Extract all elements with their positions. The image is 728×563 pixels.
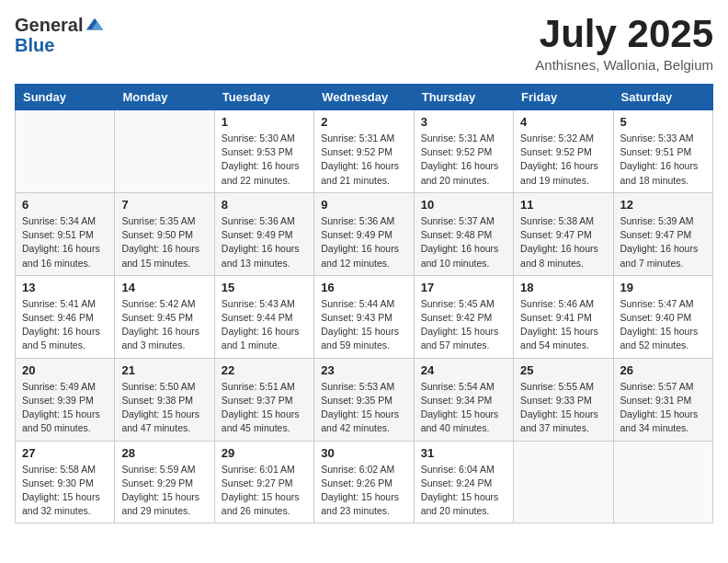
calendar-cell: 18Sunrise: 5:46 AM Sunset: 9:41 PM Dayli…: [514, 275, 613, 358]
calendar-cell: 3Sunrise: 5:31 AM Sunset: 9:52 PM Daylig…: [414, 110, 513, 193]
day-number: 1: [222, 115, 307, 129]
calendar-week-row: 6Sunrise: 5:34 AM Sunset: 9:51 PM Daylig…: [16, 192, 713, 275]
day-info: Sunrise: 5:51 AM Sunset: 9:37 PM Dayligh…: [222, 380, 307, 436]
location: Anthisnes, Wallonia, Belgium: [535, 57, 713, 73]
day-number: 16: [321, 281, 406, 294]
logo-icon: [85, 15, 105, 35]
calendar-cell: [115, 110, 214, 193]
calendar-cell: 15Sunrise: 5:43 AM Sunset: 9:44 PM Dayli…: [214, 275, 313, 358]
calendar-cell: 26Sunrise: 5:57 AM Sunset: 9:31 PM Dayli…: [613, 358, 712, 441]
calendar-cell: 9Sunrise: 5:36 AM Sunset: 9:49 PM Daylig…: [314, 192, 414, 275]
calendar-cell: 2Sunrise: 5:31 AM Sunset: 9:52 PM Daylig…: [314, 110, 414, 193]
day-number: 23: [321, 363, 406, 377]
calendar-cell: 6Sunrise: 5:34 AM Sunset: 9:51 PM Daylig…: [16, 192, 115, 275]
day-number: 7: [121, 198, 207, 212]
day-info: Sunrise: 5:31 AM Sunset: 9:52 PM Dayligh…: [321, 132, 406, 188]
day-number: 8: [222, 198, 307, 212]
day-info: Sunrise: 5:44 AM Sunset: 9:43 PM Dayligh…: [321, 297, 406, 353]
day-info: Sunrise: 5:33 AM Sunset: 9:51 PM Dayligh…: [620, 132, 706, 188]
calendar-week-row: 13Sunrise: 5:41 AM Sunset: 9:46 PM Dayli…: [16, 275, 713, 358]
calendar-cell: 13Sunrise: 5:41 AM Sunset: 9:46 PM Dayli…: [16, 275, 115, 358]
day-info: Sunrise: 5:30 AM Sunset: 9:53 PM Dayligh…: [222, 132, 307, 188]
day-info: Sunrise: 5:43 AM Sunset: 9:44 PM Dayligh…: [222, 297, 307, 353]
calendar-cell: 27Sunrise: 5:58 AM Sunset: 9:30 PM Dayli…: [16, 441, 115, 523]
weekday-header: Thursday: [414, 85, 513, 110]
day-info: Sunrise: 5:46 AM Sunset: 9:41 PM Dayligh…: [520, 297, 606, 353]
calendar-cell: 23Sunrise: 5:53 AM Sunset: 9:35 PM Dayli…: [314, 358, 414, 441]
day-number: 20: [22, 363, 108, 377]
calendar-cell: 12Sunrise: 5:39 AM Sunset: 9:47 PM Dayli…: [613, 192, 712, 275]
logo-blue: Blue: [15, 35, 105, 55]
calendar-week-row: 1Sunrise: 5:30 AM Sunset: 9:53 PM Daylig…: [16, 110, 713, 193]
day-number: 10: [421, 198, 506, 212]
day-number: 21: [121, 363, 207, 377]
day-info: Sunrise: 6:01 AM Sunset: 9:27 PM Dayligh…: [222, 463, 307, 519]
title-block: July 2025 Anthisnes, Wallonia, Belgium: [535, 15, 713, 73]
calendar-cell: 5Sunrise: 5:33 AM Sunset: 9:51 PM Daylig…: [613, 110, 712, 193]
day-info: Sunrise: 5:53 AM Sunset: 9:35 PM Dayligh…: [321, 380, 406, 436]
calendar-cell: 8Sunrise: 5:36 AM Sunset: 9:49 PM Daylig…: [214, 192, 313, 275]
day-number: 25: [520, 363, 606, 377]
day-info: Sunrise: 5:34 AM Sunset: 9:51 PM Dayligh…: [22, 214, 108, 270]
calendar-cell: [613, 441, 712, 523]
calendar-cell: 14Sunrise: 5:42 AM Sunset: 9:45 PM Dayli…: [115, 275, 214, 358]
day-info: Sunrise: 6:04 AM Sunset: 9:24 PM Dayligh…: [421, 463, 506, 519]
day-info: Sunrise: 5:57 AM Sunset: 9:31 PM Dayligh…: [620, 380, 706, 436]
calendar-cell: 1Sunrise: 5:30 AM Sunset: 9:53 PM Daylig…: [214, 110, 313, 193]
day-number: 19: [620, 281, 706, 294]
calendar-cell: 24Sunrise: 5:54 AM Sunset: 9:34 PM Dayli…: [414, 358, 513, 441]
day-info: Sunrise: 5:37 AM Sunset: 9:48 PM Dayligh…: [421, 214, 506, 270]
day-info: Sunrise: 5:36 AM Sunset: 9:49 PM Dayligh…: [321, 214, 406, 270]
month-title: July 2025: [535, 15, 713, 53]
day-number: 27: [22, 446, 108, 460]
day-info: Sunrise: 5:54 AM Sunset: 9:34 PM Dayligh…: [421, 380, 506, 436]
day-number: 13: [22, 281, 108, 294]
calendar-table: SundayMondayTuesdayWednesdayThursdayFrid…: [15, 84, 713, 523]
day-info: Sunrise: 5:35 AM Sunset: 9:50 PM Dayligh…: [121, 214, 207, 270]
day-info: Sunrise: 5:50 AM Sunset: 9:38 PM Dayligh…: [121, 380, 207, 436]
day-info: Sunrise: 5:36 AM Sunset: 9:49 PM Dayligh…: [222, 214, 307, 270]
day-number: 17: [421, 281, 506, 294]
day-info: Sunrise: 5:32 AM Sunset: 9:52 PM Dayligh…: [520, 132, 606, 188]
day-info: Sunrise: 6:02 AM Sunset: 9:26 PM Dayligh…: [321, 463, 406, 519]
calendar-cell: 21Sunrise: 5:50 AM Sunset: 9:38 PM Dayli…: [115, 358, 214, 441]
day-info: Sunrise: 5:58 AM Sunset: 9:30 PM Dayligh…: [22, 463, 108, 519]
day-number: 9: [321, 198, 406, 212]
day-number: 24: [421, 363, 506, 377]
day-number: 30: [321, 446, 406, 460]
calendar-cell: 28Sunrise: 5:59 AM Sunset: 9:29 PM Dayli…: [115, 441, 214, 523]
calendar-cell: 11Sunrise: 5:38 AM Sunset: 9:47 PM Dayli…: [514, 192, 613, 275]
calendar-cell: 20Sunrise: 5:49 AM Sunset: 9:39 PM Dayli…: [16, 358, 115, 441]
day-number: 11: [520, 198, 606, 212]
day-number: 29: [222, 446, 307, 460]
day-info: Sunrise: 5:39 AM Sunset: 9:47 PM Dayligh…: [620, 214, 706, 270]
calendar-cell: 4Sunrise: 5:32 AM Sunset: 9:52 PM Daylig…: [514, 110, 613, 193]
day-number: 3: [421, 115, 506, 129]
calendar-week-row: 20Sunrise: 5:49 AM Sunset: 9:39 PM Dayli…: [16, 358, 713, 441]
calendar-week-row: 27Sunrise: 5:58 AM Sunset: 9:30 PM Dayli…: [16, 441, 713, 523]
calendar-cell: [16, 110, 115, 193]
day-number: 14: [121, 281, 207, 294]
day-number: 4: [520, 115, 606, 129]
page-header: General Blue July 2025 Anthisnes, Wallon…: [15, 15, 713, 73]
day-number: 18: [520, 281, 606, 294]
day-number: 2: [321, 115, 406, 129]
weekday-header: Wednesday: [314, 85, 414, 110]
day-info: Sunrise: 5:59 AM Sunset: 9:29 PM Dayligh…: [121, 463, 207, 519]
logo-general: General: [15, 15, 83, 35]
calendar-cell: 30Sunrise: 6:02 AM Sunset: 9:26 PM Dayli…: [314, 441, 414, 523]
calendar-cell: 19Sunrise: 5:47 AM Sunset: 9:40 PM Dayli…: [613, 275, 712, 358]
day-info: Sunrise: 5:45 AM Sunset: 9:42 PM Dayligh…: [421, 297, 506, 353]
weekday-header: Monday: [115, 85, 214, 110]
weekday-header: Friday: [514, 85, 613, 110]
day-number: 15: [222, 281, 307, 294]
calendar-cell: [514, 441, 613, 523]
day-info: Sunrise: 5:42 AM Sunset: 9:45 PM Dayligh…: [121, 297, 207, 353]
day-number: 28: [121, 446, 207, 460]
calendar-cell: 7Sunrise: 5:35 AM Sunset: 9:50 PM Daylig…: [115, 192, 214, 275]
calendar-cell: 31Sunrise: 6:04 AM Sunset: 9:24 PM Dayli…: [414, 441, 513, 523]
weekday-header-row: SundayMondayTuesdayWednesdayThursdayFrid…: [16, 85, 713, 110]
calendar-cell: 25Sunrise: 5:55 AM Sunset: 9:33 PM Dayli…: [514, 358, 613, 441]
day-number: 6: [22, 198, 108, 212]
calendar-cell: 29Sunrise: 6:01 AM Sunset: 9:27 PM Dayli…: [214, 441, 313, 523]
